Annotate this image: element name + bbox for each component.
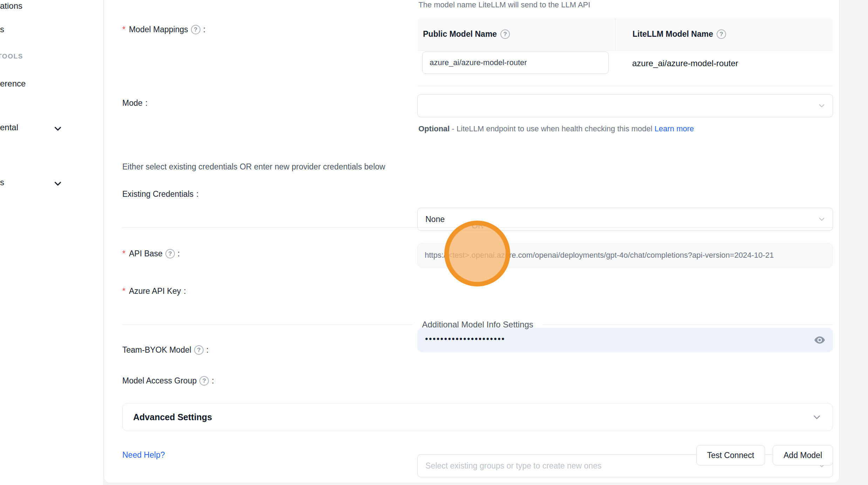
column-header-public-model-name: Public Model Name — [417, 18, 615, 50]
learn-more-link[interactable]: Learn more — [655, 124, 694, 133]
help-icon[interactable] — [717, 29, 726, 39]
add-model-page: { "colors": { "link_blue": "#2563eb", "r… — [0, 0, 868, 485]
model-name-hint: The model name LiteLLM will send to the … — [418, 0, 590, 9]
required-asterisk: * — [122, 249, 125, 258]
masked-api-key: ••••••••••••••••••••• — [425, 334, 505, 344]
model-mappings-table-row: azure_ai/azure-model-router — [417, 51, 833, 86]
chevron-down-icon[interactable] — [53, 123, 63, 134]
api-base-field[interactable]: https://<test>.openai.azure.com/openai/d… — [417, 243, 833, 268]
chevron-down-icon — [812, 412, 822, 422]
model-mappings-table: Public Model Name LiteLLM Model Name azu… — [417, 18, 833, 86]
team-byok-label: Team-BYOK Model — [122, 345, 209, 355]
show-password-eye-icon[interactable] — [813, 334, 826, 346]
model-access-group-label: Model Access Group — [122, 376, 214, 386]
sidebar-item-clipped-4[interactable]: ental — [0, 123, 18, 132]
required-asterisk: * — [122, 286, 125, 296]
sidebar-item-clipped-5[interactable]: s — [0, 178, 4, 187]
advanced-settings-panel[interactable]: Advanced Settings — [122, 403, 833, 431]
sidebar-item-clipped-2[interactable]: s — [0, 25, 4, 34]
or-divider: OR — [122, 227, 833, 228]
footer-buttons: Test Connect Add Model — [104, 445, 833, 465]
sidebar-section-tools: TOOLS — [0, 53, 23, 60]
additional-settings-divider: Additional Model Info Settings — [122, 320, 833, 330]
model-mappings-label: * Model Mappings — [122, 25, 205, 34]
help-icon[interactable] — [500, 29, 510, 39]
existing-credentials-label: Existing Credentials — [122, 189, 199, 199]
azure-api-key-field[interactable]: ••••••••••••••••••••• — [417, 328, 833, 352]
chevron-down-icon[interactable] — [53, 178, 63, 189]
mode-select[interactable] — [417, 94, 833, 117]
required-asterisk: * — [122, 25, 125, 34]
model-mappings-table-header: Public Model Name LiteLLM Model Name — [417, 18, 833, 51]
mode-help-text: Optional - LiteLLM endpoint to use when … — [418, 122, 699, 136]
or-divider-label: OR — [465, 221, 491, 230]
test-connect-button[interactable]: Test Connect — [696, 445, 765, 465]
credentials-note: Either select existing credentials OR en… — [122, 162, 385, 172]
litellm-model-name-value: azure_ai/azure-model-router — [615, 51, 833, 86]
api-base-label: * API Base — [122, 249, 180, 258]
sidebar-item-clipped-1[interactable]: ations — [0, 1, 22, 11]
help-icon[interactable] — [191, 25, 200, 34]
column-header-litellm-model-name: LiteLLM Model Name — [615, 18, 833, 50]
mode-label: Mode — [122, 98, 148, 108]
add-model-form-card: The model name LiteLLM will send to the … — [104, 0, 840, 483]
chevron-down-icon — [817, 215, 826, 226]
help-icon[interactable] — [199, 376, 209, 386]
sidebar-item-clipped-3[interactable]: erence — [0, 79, 26, 89]
sidebar: ations s TOOLS erence ental s — [0, 0, 104, 485]
azure-api-key-label: * Azure API Key — [122, 286, 186, 296]
chevron-down-icon — [817, 101, 826, 112]
advanced-settings-title: Advanced Settings — [133, 412, 812, 422]
add-model-button[interactable]: Add Model — [773, 445, 833, 465]
public-model-name-input[interactable] — [422, 51, 609, 74]
help-icon[interactable] — [165, 249, 175, 258]
help-icon[interactable] — [194, 345, 204, 355]
